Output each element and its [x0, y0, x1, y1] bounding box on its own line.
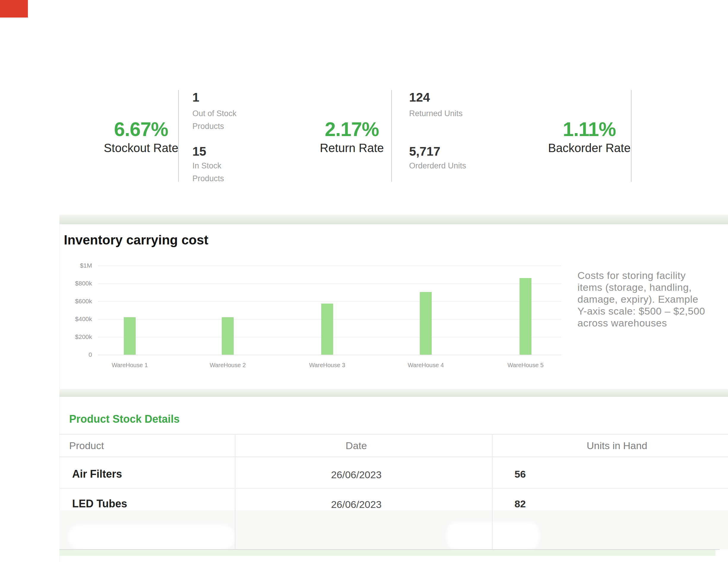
- y-axis-tick-label: 0: [59, 352, 92, 358]
- y-axis-tick-label: $800k: [59, 280, 92, 287]
- cell-units: 82: [515, 498, 526, 510]
- table-column-divider-1-lower: [235, 510, 235, 549]
- chart-gridline: [98, 355, 561, 355]
- returned-units-label: Returned Units: [409, 109, 463, 118]
- table-row[interactable]: Air Filters26/06/202356: [59, 458, 728, 489]
- chart-card-top-band: [59, 215, 728, 224]
- kpi-in-stock-count: 15 In Stock Products: [192, 145, 224, 183]
- out-of-stock-label-line2: Products: [192, 122, 237, 130]
- in-stock-label-line2: Products: [192, 174, 224, 183]
- cell-product: LED Tubes: [72, 498, 127, 510]
- backorder-rate-value: 1.11%: [530, 119, 649, 139]
- y-axis-tick-label: $200k: [59, 334, 92, 340]
- x-axis-label: WareHouse 3: [295, 362, 360, 369]
- blurred-placeholder: [68, 525, 235, 550]
- table-title: Product Stock Details: [69, 413, 180, 425]
- y-axis-tick-label: $600k: [59, 298, 92, 305]
- chart-gridline: [98, 301, 561, 302]
- table-header-top-border: [59, 434, 728, 435]
- table-header-bottom-border: [59, 457, 728, 457]
- bar-warehouse-2[interactable]: [222, 317, 234, 355]
- chart-title: Inventory carrying cost: [64, 232, 208, 247]
- bar-warehouse-1[interactable]: [124, 317, 136, 355]
- column-header-product: Product: [69, 440, 104, 451]
- y-axis-tick-label: $1M: [59, 262, 92, 269]
- bar-warehouse-5[interactable]: [520, 278, 531, 355]
- kpi-stockout-rate: 6.67% Stockout Rate: [82, 119, 200, 154]
- kpi-returned-units: 124 Returned Units: [409, 91, 463, 118]
- cell-product: Air Filters: [72, 468, 122, 480]
- stockout-rate-value: 6.67%: [82, 119, 200, 139]
- bar-warehouse-3[interactable]: [321, 304, 333, 355]
- x-axis-label: WareHouse 1: [97, 362, 162, 369]
- y-axis-tick-label: $400k: [59, 316, 92, 322]
- inventory-dashboard: { "page": { "red_marker_color": "#e03e2d…: [0, 0, 728, 562]
- cell-units: 56: [515, 468, 526, 480]
- blurred-placeholder: [447, 522, 539, 550]
- table-column-divider-2-lower: [492, 510, 493, 549]
- bar-warehouse-4[interactable]: [420, 292, 432, 355]
- chart-gridline: [98, 284, 561, 284]
- return-rate-label: Return Rate: [292, 142, 411, 154]
- return-rate-value: 2.17%: [292, 119, 411, 139]
- stockout-rate-label: Stockout Rate: [82, 142, 200, 154]
- chart-note: Costs for storing facility items (storag…: [577, 269, 728, 329]
- ordered-units-label: Orderderd Units: [409, 161, 466, 170]
- kpi-out-of-stock-count: 1 Out of Stock Products: [192, 91, 237, 130]
- recording-indicator: [0, 0, 28, 18]
- chart-card-left-border: [59, 224, 60, 390]
- kpi-return-rate: 2.17% Return Rate: [292, 119, 411, 154]
- out-of-stock-value: 1: [192, 91, 237, 104]
- kpi-backorder-rate: 1.11% Backorder Rate: [530, 119, 649, 154]
- in-stock-label-line1: In Stock: [192, 161, 224, 170]
- in-stock-value: 15: [192, 145, 224, 158]
- chart-gridline: [98, 265, 561, 266]
- cell-date: 26/06/2023: [219, 499, 494, 510]
- out-of-stock-label-line1: Out of Stock: [192, 109, 237, 118]
- table-card-top-band: [59, 389, 728, 397]
- backorder-rate-label: Backorder Rate: [530, 142, 649, 154]
- returned-units-value: 124: [409, 91, 463, 104]
- column-header-units: Units in Hand: [587, 440, 647, 451]
- x-axis-label: WareHouse 5: [493, 362, 558, 369]
- cell-date: 26/06/2023: [219, 469, 494, 481]
- ordered-units-value: 5,717: [409, 145, 466, 158]
- column-header-date: Date: [278, 440, 434, 451]
- x-axis-label: WareHouse 4: [393, 362, 458, 369]
- footer-green-strip: [59, 550, 716, 556]
- kpi-ordered-units: 5,717 Orderderd Units: [409, 145, 466, 170]
- x-axis-label: WareHouse 2: [195, 362, 260, 369]
